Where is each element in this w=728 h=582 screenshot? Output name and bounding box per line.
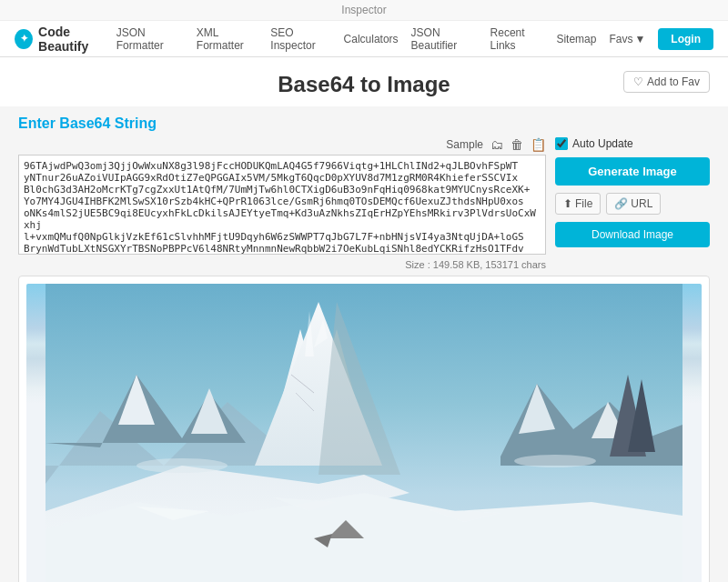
sample-label: Sample <box>446 138 483 151</box>
nav-json-beautifier[interactable]: JSON Beautifier <box>411 26 478 52</box>
sample-toolbar: Sample 🗂 🗑 📋 <box>18 137 546 152</box>
login-button[interactable]: Login <box>658 28 713 50</box>
textarea-wrapper: Sample 🗂 🗑 📋 96TAjwdPwQ3omj3QjjOwWxuNX8g… <box>18 137 546 270</box>
mountain-svg <box>26 284 702 582</box>
page-title: Base64 to Image <box>0 72 728 97</box>
base64-input[interactable]: 96TAjwdPwQ3omj3QjjOwWxuNX8g3l98jFccHODUK… <box>18 155 546 255</box>
upload-icon: ⬆ <box>563 197 572 210</box>
nav-calculators[interactable]: Calculators <box>344 33 399 45</box>
input-area: Sample 🗂 🗑 📋 96TAjwdPwQ3omj3QjjOwWxuNX8g… <box>18 137 710 270</box>
add-to-fav-button[interactable]: ♡ Add to Fav <box>623 71 710 93</box>
nav-xml-formatter[interactable]: XML Formatter <box>197 26 258 52</box>
inspector-bar: Inspector <box>0 0 728 21</box>
nav-recent-links[interactable]: Recent Links <box>490 26 544 52</box>
copy-icon[interactable]: 📋 <box>531 137 546 152</box>
auto-update-row: Auto Update <box>555 137 710 150</box>
heart-icon: ♡ <box>633 75 643 88</box>
header: ✦ Code Beautify JSON Formatter XML Forma… <box>0 21 728 57</box>
generate-image-button[interactable]: Generate Image <box>555 157 710 186</box>
logo-icon: ✦ <box>15 29 33 49</box>
auto-update-label: Auto Update <box>572 137 633 150</box>
mountain-image <box>26 284 702 582</box>
nav-json-formatter[interactable]: JSON Formatter <box>116 26 184 52</box>
nav-items: JSON Formatter XML Formatter SEO Inspect… <box>116 26 713 52</box>
file-button[interactable]: ⬆ File <box>555 193 601 215</box>
main-content: Enter Base64 String Sample 🗂 🗑 📋 96TAjwd… <box>9 115 719 582</box>
chevron-down-icon: ▼ <box>634 33 645 45</box>
section-label: Enter Base64 String <box>18 115 710 132</box>
link-icon: 🔗 <box>614 197 628 210</box>
favs-label: Favs <box>609 33 632 45</box>
svg-marker-15 <box>46 493 682 582</box>
svg-point-26 <box>514 455 596 467</box>
file-url-row: ⬆ File 🔗 URL <box>555 193 710 215</box>
download-image-side-button[interactable]: Download Image <box>555 222 710 247</box>
svg-point-25 <box>136 458 228 473</box>
inspector-label: Inspector <box>341 4 386 16</box>
page-title-area: Base64 to Image ♡ Add to Fav <box>0 57 728 106</box>
size-info: Size : 149.58 KB, 153171 chars <box>18 259 546 270</box>
nav-sitemap[interactable]: Sitemap <box>556 33 596 45</box>
sidebar: Auto Update Generate Image ⬆ File 🔗 URL … <box>555 137 710 270</box>
logo-text: Code Beautify <box>38 25 116 54</box>
nav-favs[interactable]: Favs ▼ <box>609 33 645 45</box>
trash-icon[interactable]: 🗑 <box>511 137 523 152</box>
nav-seo-inspector[interactable]: SEO Inspector <box>270 26 330 52</box>
folder-icon[interactable]: 🗂 <box>490 137 503 152</box>
image-preview-container <box>18 276 710 582</box>
logo: ✦ Code Beautify <box>15 25 116 54</box>
url-button[interactable]: 🔗 URL <box>606 193 661 215</box>
auto-update-checkbox[interactable] <box>555 137 568 150</box>
